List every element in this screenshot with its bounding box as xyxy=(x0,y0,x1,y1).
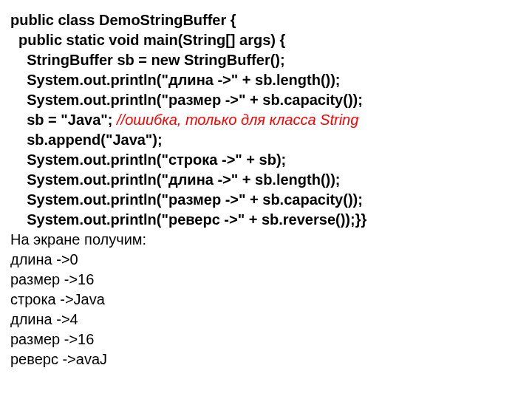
output-line: размер ->16 xyxy=(10,330,531,349)
code-block: public class DemoStringBuffer { public s… xyxy=(10,10,531,230)
code-line: sb.append("Java"); xyxy=(10,130,531,150)
output-line: размер ->16 xyxy=(10,270,531,290)
code-line: System.out.println("строка ->" + sb); xyxy=(10,150,531,170)
code-line: System.out.println("размер ->" + sb.capa… xyxy=(10,90,531,110)
code-line: StringBuffer sb = new StringBuffer(); xyxy=(10,50,531,70)
code-line: public class DemoStringBuffer { xyxy=(10,10,531,30)
code-line: System.out.println("размер ->" + sb.capa… xyxy=(10,190,531,210)
code-line: sb = "Java"; //ошибка, только для класса… xyxy=(10,110,531,130)
code-line: System.out.println("длина ->" + sb.lengt… xyxy=(10,70,531,90)
output-line: длина ->0 xyxy=(10,250,531,270)
output-line: реверс ->avaJ xyxy=(10,349,531,369)
output-block: На экране получим: длина ->0 размер ->16… xyxy=(10,230,531,369)
page: public class DemoStringBuffer { public s… xyxy=(0,0,532,369)
code-line: System.out.println("реверс ->" + sb.reve… xyxy=(10,210,531,230)
output-line: строка ->Java xyxy=(10,290,531,310)
output-line: длина ->4 xyxy=(10,310,531,330)
code-comment: //ошибка, только для класса String xyxy=(117,112,358,128)
code-line: System.out.println("длина ->" + sb.lengt… xyxy=(10,170,531,190)
code-text: sb = "Java"; xyxy=(10,112,117,128)
output-heading: На экране получим: xyxy=(10,230,531,250)
code-line: public static void main(String[] args) { xyxy=(10,30,531,50)
